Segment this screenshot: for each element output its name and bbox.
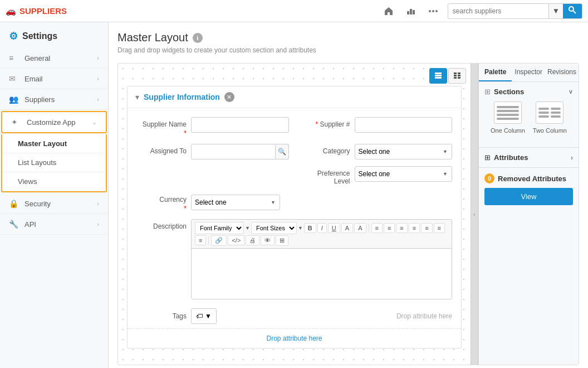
view-button[interactable]: View — [484, 188, 573, 205]
search-go-button[interactable] — [563, 3, 582, 19]
sidebar: ⚙ Settings ≡ General › ✉ Email › 👥 Suppl… — [0, 22, 109, 368]
section-close-button[interactable]: ✕ — [224, 92, 234, 102]
sidebar-item-security[interactable]: 🔒 Security › — [0, 193, 108, 214]
code-button[interactable]: </> — [228, 235, 244, 245]
link-button[interactable]: 🔗 — [211, 235, 227, 246]
email-icon: ✉ — [9, 74, 19, 83]
chart-icon[interactable] — [402, 2, 420, 20]
sections-title: Sections — [494, 88, 565, 96]
font-family-select[interactable]: Font Family — [195, 222, 244, 234]
sidebar-header: ⚙ Settings — [0, 22, 108, 48]
underline-button[interactable]: U — [328, 223, 340, 233]
sidebar-item-email[interactable]: ✉ Email › — [0, 69, 108, 89]
sidebar-item-suppliers[interactable]: 👥 Suppliers › — [0, 89, 108, 110]
sidebar-item-label: General — [24, 54, 91, 62]
description-label: Description — [136, 219, 187, 230]
toolbar-divider — [369, 224, 369, 233]
home-icon[interactable] — [380, 2, 398, 20]
sections-expand-icon[interactable]: ∨ — [569, 88, 573, 95]
svg-rect-13 — [454, 75, 457, 76]
assigned-to-row: Assigned To 🔍 — [136, 144, 289, 159]
sidebar-sub-views[interactable]: Views — [2, 172, 106, 191]
tags-row: Tags 🏷 ▼ Drop attribute here — [128, 308, 461, 328]
tags-label: Tags — [136, 312, 187, 320]
editor-body[interactable] — [192, 249, 452, 299]
chevron-icon: › — [97, 75, 99, 82]
align-left-button[interactable]: ≡ — [371, 223, 383, 233]
two-column-option[interactable]: Two Column — [533, 101, 567, 134]
print-button[interactable]: 🖨 — [246, 235, 259, 245]
font-sizes-select[interactable]: Font Sizes — [251, 222, 297, 234]
category-select[interactable]: Select one — [355, 144, 453, 159]
table-button[interactable]: ⊞ — [276, 235, 288, 246]
sections-header[interactable]: ⊞ Sections ∨ — [484, 88, 573, 96]
sidebar-submenu: Master Layout List Layouts Views — [1, 134, 107, 192]
info-icon: i — [193, 33, 203, 43]
preference-level-label: PreferenceLevel — [300, 166, 350, 186]
tab-inspector[interactable]: Inspector — [512, 64, 545, 81]
attributes-icon: ⊞ — [484, 153, 491, 162]
currency-label: Currency — [136, 192, 187, 212]
category-row: Category Select one — [300, 144, 453, 159]
svg-rect-16 — [458, 77, 460, 79]
right-panel: Palette Inspector Revisions ⊞ Sections ∨ — [478, 64, 579, 365]
supplier-number-row: * Supplier # — [300, 117, 453, 137]
svg-rect-1 — [410, 9, 412, 14]
currency-select[interactable]: Select one — [191, 195, 280, 210]
master-layout-area: ▾ Supplier Information ✕ Supplier Name — [117, 63, 579, 365]
attributes-expand-icon[interactable]: › — [571, 154, 573, 162]
tags-button[interactable]: 🏷 ▼ — [191, 308, 217, 324]
drop-attribute-bottom[interactable]: Drop attribute here — [128, 328, 461, 348]
chevron-down-icon: ⌄ — [92, 119, 97, 126]
assigned-to-search-button[interactable]: 🔍 — [276, 144, 289, 159]
canvas-toolbar — [429, 68, 466, 84]
svg-rect-8 — [435, 72, 442, 74]
svg-line-7 — [574, 11, 576, 14]
removed-attr-header: 0 Removed Attributes — [484, 173, 573, 183]
supplier-number-label: * Supplier # — [300, 117, 350, 128]
bullet-list-button[interactable]: ≡ — [421, 223, 432, 233]
preview-button[interactable]: 👁 — [261, 235, 275, 245]
assigned-to-input[interactable] — [191, 144, 276, 159]
attributes-header[interactable]: ⊞ Attributes › — [484, 153, 573, 162]
multi-column-view-button[interactable] — [448, 68, 466, 84]
two-column-icon — [536, 101, 564, 124]
one-column-option[interactable]: One Column — [491, 101, 525, 134]
supplier-number-input[interactable] — [355, 117, 453, 133]
description-row: Description Font Family ▼ Font Sizes — [136, 219, 452, 299]
sidebar-item-api[interactable]: 🔧 API › — [0, 214, 108, 235]
italic-button[interactable]: I — [317, 223, 327, 233]
attributes-panel: ⊞ Attributes › — [479, 147, 579, 167]
sidebar-item-label: Suppliers — [24, 95, 91, 104]
align-center-button[interactable]: ≡ — [384, 223, 395, 233]
chevron-icon: › — [97, 55, 99, 61]
section-title: Supplier Information — [144, 93, 220, 101]
tab-revisions[interactable]: Revisions — [545, 64, 579, 81]
section-collapse-button[interactable]: ▾ — [135, 93, 139, 101]
preference-level-select[interactable]: Select one — [355, 166, 453, 182]
form-grid: Supplier Name * Supplier # — [128, 108, 461, 308]
align-right-button[interactable]: ≡ — [396, 223, 407, 233]
justify-button[interactable]: ≡ — [409, 223, 420, 233]
sidebar-item-general[interactable]: ≡ General › — [0, 48, 108, 69]
bold-button[interactable]: B — [304, 223, 316, 233]
rich-text-editor[interactable]: Font Family ▼ Font Sizes ▼ B I — [191, 219, 452, 299]
svg-point-4 — [432, 10, 434, 12]
supplier-name-input[interactable] — [191, 117, 289, 133]
sidebar-sub-master-layout[interactable]: Master Layout — [2, 134, 106, 153]
tab-palette[interactable]: Palette — [479, 64, 512, 81]
collapse-handle[interactable]: ‹ — [471, 64, 478, 365]
numbered-list-button[interactable]: ≡ — [434, 223, 445, 233]
svg-rect-12 — [458, 72, 460, 74]
font-family-dropdown-icon: ▼ — [245, 225, 250, 231]
search-dropdown-button[interactable]: ▼ — [548, 3, 563, 19]
search-input[interactable] — [448, 7, 548, 15]
font-color-button[interactable]: A — [341, 223, 353, 233]
single-column-view-button[interactable] — [429, 68, 447, 84]
highlight-button[interactable]: A — [354, 223, 366, 233]
indent-button[interactable]: ≡ — [195, 235, 206, 245]
more-icon[interactable] — [424, 2, 442, 20]
sidebar-item-customize[interactable]: ✦ Customize App ⌄ — [1, 111, 107, 133]
font-sizes-dropdown-icon: ▼ — [298, 225, 303, 231]
sidebar-sub-list-layouts[interactable]: List Layouts — [2, 153, 106, 172]
